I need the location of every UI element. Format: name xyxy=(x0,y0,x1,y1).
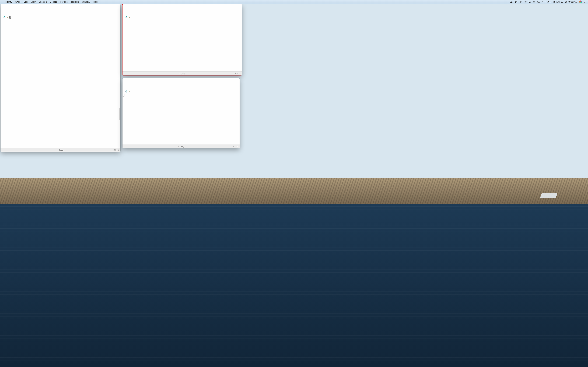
prompt-arrow-icon: → xyxy=(129,16,130,19)
prompt-close-bracket: ] xyxy=(126,90,127,93)
prompt-arrow-icon: → xyxy=(129,90,130,93)
text-cursor xyxy=(9,16,11,18)
tab-title[interactable]: ~ (zsh) xyxy=(178,145,184,148)
terminal-pane-top-right[interactable]: ~ [I] → xyxy=(122,4,242,71)
airplay-icon[interactable] xyxy=(537,1,540,3)
svg-line-1 xyxy=(516,1,517,3)
menu-toolbelt[interactable]: Toolbelt xyxy=(69,0,80,3)
terminal-window-top-right[interactable]: ~ [I] → ~ (zsh) ⌘1 + xyxy=(122,4,242,75)
siri-icon[interactable] xyxy=(579,0,582,3)
tab-strip-top-right: ~ (zsh) ⌘1 + xyxy=(122,71,242,75)
prompt-open-bracket: [ xyxy=(123,16,125,19)
tab-shortcut-badge: ⌘1 xyxy=(233,145,235,148)
wifi-icon[interactable] xyxy=(524,1,527,3)
battery-status[interactable]: 44% xyxy=(542,1,551,3)
text-cursor xyxy=(123,94,124,96)
terminal-pane-left[interactable]: ~ [I] → xyxy=(0,4,121,148)
terminal-pane-bottom-right[interactable]: ~ [N] → xyxy=(122,78,240,144)
terminal-window-bottom-right[interactable]: ~ [N] → ~ (zsh) ⌘1 + xyxy=(122,78,240,148)
prompt-close-bracket: ] xyxy=(126,16,127,19)
menu-app-name[interactable]: iTerm2 xyxy=(3,0,14,3)
menubar-right: 44% Tue Jul 28 10:49:02 AM xyxy=(510,0,588,3)
battery-percent-label: 44% xyxy=(542,1,546,3)
menu-edit[interactable]: Edit xyxy=(22,0,29,3)
macos-menubar: iTerm2 Shell Edit View Session Scripts P… xyxy=(0,0,588,4)
wallpaper-wave xyxy=(540,193,558,198)
cwd-tilde: ~ xyxy=(1,13,3,15)
term-blank-line xyxy=(123,9,125,12)
menu-profiles[interactable]: Profiles xyxy=(59,0,69,3)
menu-shell[interactable]: Shell xyxy=(14,0,22,3)
battery-icon xyxy=(547,1,551,3)
prompt-arrow-icon: → xyxy=(7,16,8,19)
term-blank-line xyxy=(1,9,3,12)
prompt-open-bracket: [ xyxy=(123,90,125,93)
svg-point-2 xyxy=(525,2,525,3)
cwd-tilde: ~ xyxy=(123,13,125,15)
add-tab-button[interactable]: + xyxy=(118,149,119,151)
spotlight-search-icon[interactable] xyxy=(528,1,531,3)
docker-whale-icon[interactable] xyxy=(510,1,513,3)
tab-shortcut-badge: ⌘1 xyxy=(235,72,238,75)
menu-window[interactable]: Window xyxy=(80,0,91,3)
tab-strip-bottom-right: ~ (zsh) ⌘1 + xyxy=(122,144,240,148)
tab-title[interactable]: ~ (zsh) xyxy=(58,149,63,151)
add-tab-button[interactable]: + xyxy=(239,72,241,75)
prompt-mode: I xyxy=(3,16,4,19)
menu-session[interactable]: Session xyxy=(37,0,48,3)
cwd-tilde: ~ xyxy=(123,87,125,89)
menubar-left: iTerm2 Shell Edit View Session Scripts P… xyxy=(0,0,99,3)
add-tab-button[interactable]: + xyxy=(237,145,239,148)
prompt-open-bracket: [ xyxy=(1,16,3,19)
tab-title[interactable]: ~ (zsh) xyxy=(179,72,185,75)
prompt-mode: N xyxy=(125,90,126,93)
svg-rect-5 xyxy=(538,1,540,2)
menu-scripts[interactable]: Scripts xyxy=(48,0,59,3)
tab-shortcut-badge: ⌘1 xyxy=(113,149,116,151)
menu-view[interactable]: View xyxy=(29,0,37,3)
tab-strip-left: ~ (zsh) ⌘1 + xyxy=(0,148,121,152)
menubar-time[interactable]: 10:49:02 AM xyxy=(565,1,577,3)
svg-line-4 xyxy=(530,2,531,3)
svg-point-3 xyxy=(529,1,530,2)
menubar-date[interactable]: Tue Jul 28 xyxy=(553,1,563,3)
menu-help[interactable]: Help xyxy=(91,0,99,3)
prompt-mode: I xyxy=(125,16,126,19)
notification-center-icon[interactable] xyxy=(584,1,586,3)
prompt-close-bracket: ] xyxy=(4,16,5,19)
term-blank-line xyxy=(123,83,125,86)
do-not-disturb-icon[interactable] xyxy=(515,1,518,3)
volume-icon[interactable] xyxy=(533,1,536,3)
scrollbar-thumb[interactable] xyxy=(119,108,120,120)
terminal-window-left[interactable]: ~ [I] → ~ (zsh) ⌘1 + xyxy=(0,4,121,152)
move-icon[interactable] xyxy=(519,1,522,3)
